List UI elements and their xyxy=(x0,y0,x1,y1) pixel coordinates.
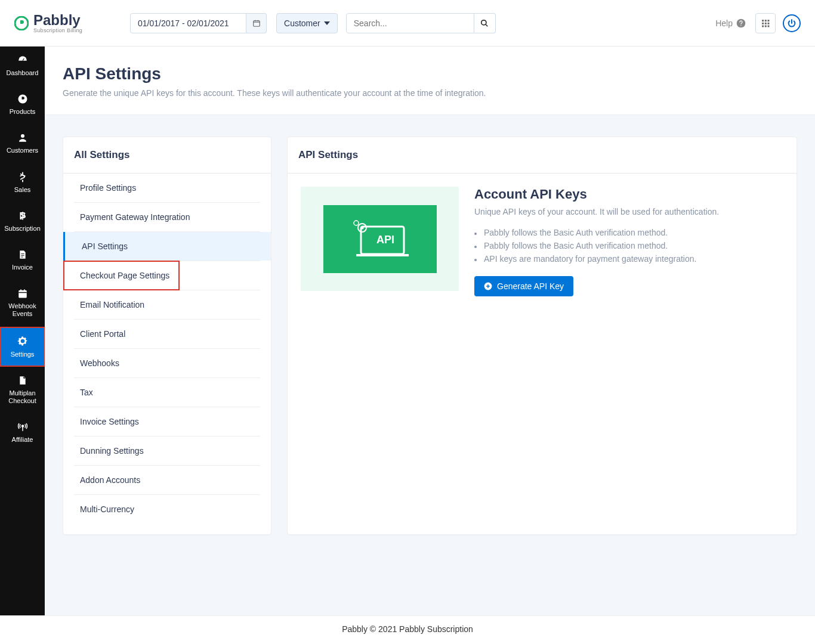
sidebar-item-label: Invoice xyxy=(12,264,33,271)
list-item: Email Notification xyxy=(74,290,260,320)
generate-button-label: Generate API Key xyxy=(497,281,564,291)
sidebar-item-label: Sales xyxy=(14,186,31,194)
settings-link-invoice-settings[interactable]: Invoice Settings xyxy=(74,407,260,436)
settings-link-client-portal[interactable]: Client Portal xyxy=(74,320,260,348)
logo[interactable]: Pabbly Subscription Billing xyxy=(14,13,82,33)
grid-icon xyxy=(761,19,770,27)
top-header: Pabbly Subscription Billing Customer Hel… xyxy=(0,0,815,47)
svg-rect-6 xyxy=(768,20,770,21)
all-settings-card: All Settings Profile SettingsPayment Gat… xyxy=(63,137,271,535)
sidebar-item-label: Multiplan Checkout xyxy=(2,389,42,405)
list-item: Client Portal xyxy=(74,320,260,349)
svg-text:S: S xyxy=(20,210,26,220)
settings-link-email-notification[interactable]: Email Notification xyxy=(74,290,260,319)
settings-link-api-settings[interactable]: API Settings xyxy=(63,232,271,261)
svg-point-2 xyxy=(481,20,486,24)
sidebar-item-label: Subscription xyxy=(4,225,41,233)
calendar-icon xyxy=(252,19,261,27)
svg-rect-8 xyxy=(765,22,767,24)
page-header: API Settings Generate the unique API key… xyxy=(45,47,815,115)
sidebar-item-invoice[interactable]: Invoice xyxy=(0,241,45,280)
list-item: Tax xyxy=(74,378,260,407)
sidebar-item-label: Dashboard xyxy=(7,69,39,77)
help-link[interactable]: Help xyxy=(715,18,746,28)
date-range-input[interactable] xyxy=(130,13,246,33)
all-settings-title: All Settings xyxy=(63,137,271,174)
list-item: Profile Settings xyxy=(74,174,260,203)
sidebar-item-label: Webhook Events xyxy=(2,302,42,318)
products-icon xyxy=(17,94,28,104)
settings-list: Profile SettingsPayment Gateway Integrat… xyxy=(63,174,271,534)
svg-rect-18 xyxy=(18,290,27,298)
sidebar-item-webhook-events[interactable]: Webhook Events xyxy=(0,280,45,326)
sidebar-item-label: Products xyxy=(10,108,35,116)
api-illustration: API xyxy=(301,187,459,291)
sidebar-item-subscription[interactable]: SSubscription xyxy=(0,202,45,241)
date-range-group xyxy=(130,13,267,33)
settings-link-checkout-page-settings[interactable]: Checkout Page Settings xyxy=(74,261,260,290)
generate-api-key-button[interactable]: Generate API Key xyxy=(474,276,573,296)
sidebar-item-sales[interactable]: Sales xyxy=(0,163,45,202)
api-description: Unique API keys of your account. It will… xyxy=(474,207,783,216)
svg-rect-1 xyxy=(253,20,260,26)
page-description: Generate the unique API keys for this ac… xyxy=(63,88,797,98)
chevron-down-icon xyxy=(324,21,330,25)
svg-rect-21 xyxy=(356,254,409,256)
svg-point-13 xyxy=(20,58,21,60)
sidebar-item-products[interactable]: Products xyxy=(0,85,45,124)
svg-point-19 xyxy=(21,425,23,427)
search-button[interactable] xyxy=(474,13,496,33)
logo-name: Pabbly xyxy=(33,13,82,27)
search-icon xyxy=(480,19,489,27)
sidebar-item-settings[interactable]: Settings xyxy=(0,327,45,367)
doc-icon xyxy=(18,375,27,386)
list-item: API Settings xyxy=(74,232,260,261)
search-input[interactable] xyxy=(346,13,474,33)
customer-dropdown-label: Customer xyxy=(284,18,320,28)
customer-dropdown[interactable]: Customer xyxy=(276,13,338,33)
plus-circle-icon xyxy=(484,282,492,290)
svg-rect-12 xyxy=(768,25,770,27)
api-card-header: API Settings xyxy=(288,137,797,174)
list-item: Invoice Settings xyxy=(74,407,260,436)
api-bullet: Pabbly follows the Basic Auth verificati… xyxy=(474,226,783,239)
api-settings-card: API Settings API xyxy=(287,137,797,535)
settings-link-payment-gateway-integration[interactable]: Payment Gateway Integration xyxy=(74,203,260,231)
invoice-icon xyxy=(18,249,27,260)
settings-link-profile-settings[interactable]: Profile Settings xyxy=(74,174,260,202)
user-icon xyxy=(17,132,28,143)
apps-grid-button[interactable] xyxy=(755,13,776,33)
list-item: Multi-Currency xyxy=(74,495,260,524)
api-bullet: Pabbly follows the Basic Auth verificati… xyxy=(474,239,783,252)
power-button[interactable] xyxy=(783,14,801,32)
logo-tagline: Subscription Billing xyxy=(33,27,82,33)
svg-rect-11 xyxy=(765,25,767,27)
list-item: Dunning Settings xyxy=(74,436,260,466)
search-group xyxy=(346,13,496,33)
settings-link-multi-currency[interactable]: Multi-Currency xyxy=(74,495,260,524)
svg-rect-4 xyxy=(762,20,764,21)
sidebar-item-customers[interactable]: Customers xyxy=(0,124,45,163)
logo-icon xyxy=(14,16,29,30)
settings-link-webhooks[interactable]: Webhooks xyxy=(74,349,260,377)
calendar-button[interactable] xyxy=(246,13,267,33)
svg-point-24 xyxy=(360,226,363,229)
list-item: Checkout Page Settings xyxy=(74,261,260,290)
settings-link-dunning-settings[interactable]: Dunning Settings xyxy=(74,436,260,465)
sidebar-item-affiliate[interactable]: Affiliate xyxy=(0,413,45,452)
help-icon xyxy=(736,18,746,28)
settings-link-addon-accounts[interactable]: Addon Accounts xyxy=(74,466,260,494)
sidebar-item-dashboard[interactable]: Dashboard xyxy=(0,47,45,85)
svg-point-16 xyxy=(21,134,24,138)
sales-icon xyxy=(17,172,28,182)
dashboard-icon xyxy=(17,55,28,66)
list-item: Addon Accounts xyxy=(74,466,260,495)
page-title: API Settings xyxy=(63,64,797,83)
list-item: Payment Gateway Integration xyxy=(74,203,260,232)
broadcast-icon xyxy=(17,422,28,432)
settings-link-tax[interactable]: Tax xyxy=(74,378,260,407)
api-bullets: Pabbly follows the Basic Auth verificati… xyxy=(474,226,783,265)
svg-rect-10 xyxy=(762,25,764,27)
sidebar-item-multiplan-checkout[interactable]: Multiplan Checkout xyxy=(0,367,45,413)
svg-rect-9 xyxy=(768,22,770,24)
